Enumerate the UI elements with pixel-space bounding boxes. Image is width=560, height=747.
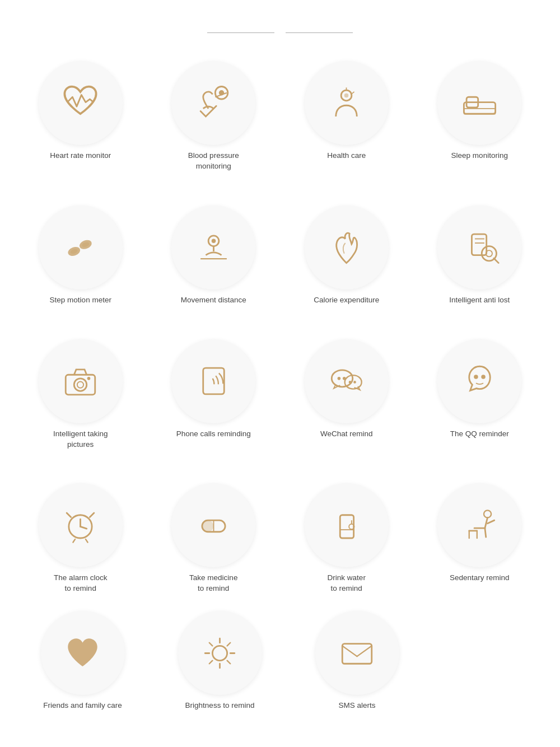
- sedentary-icon: [437, 483, 521, 567]
- feature-label-drink-water: Drink waterto remind: [328, 573, 366, 594]
- svg-line-64: [227, 660, 231, 664]
- svg-line-68: [342, 646, 357, 656]
- feature-label-brightness: Brightness to remind: [185, 701, 255, 711]
- distance-icon: [171, 206, 255, 290]
- health-care-icon: [305, 61, 389, 145]
- feature-row-0: Heart rate monitor Blood pressuremonitor…: [0, 44, 560, 189]
- svg-point-34: [474, 375, 478, 379]
- svg-line-65: [227, 642, 231, 646]
- svg-line-40: [90, 513, 95, 517]
- feature-label-sleep-monitoring: Sleep monitoring: [451, 151, 508, 161]
- feature-item-step-motion: Step motion meter: [17, 206, 144, 306]
- feature-item-health-care: Health care: [283, 61, 410, 172]
- feature-label-movement-distance: Movement distance: [181, 295, 246, 306]
- feature-label-medicine: Take medicineto remind: [189, 573, 237, 594]
- svg-line-42: [86, 539, 88, 543]
- svg-rect-45: [202, 520, 214, 532]
- feature-label-qq: The QQ reminder: [450, 429, 509, 440]
- svg-line-22: [494, 258, 498, 263]
- svg-rect-18: [472, 234, 486, 255]
- drink-water-icon: [305, 483, 389, 567]
- heart-rate-icon: [39, 61, 123, 145]
- feature-label-sedentary: Sedentary remind: [450, 573, 510, 583]
- svg-point-26: [77, 382, 83, 388]
- feature-item-camera: Intelligent takingpictures: [17, 339, 144, 450]
- feature-item-blood-pressure: Blood pressuremonitoring: [150, 61, 278, 172]
- svg-point-29: [338, 377, 341, 380]
- feature-item-heart-rate: Heart rate monitor: [17, 61, 144, 172]
- svg-line-39: [67, 513, 71, 517]
- feature-item-brightness: Brightness to remind: [154, 611, 286, 711]
- svg-point-16: [212, 239, 216, 244]
- feature-item-wechat: WeChat remind: [283, 339, 410, 450]
- svg-line-38: [81, 526, 87, 529]
- anti-lost-icon: [437, 206, 521, 290]
- feature-label-wechat: WeChat remind: [320, 429, 373, 440]
- feature-item-movement-distance: Movement distance: [150, 206, 278, 306]
- feature-label-camera: Intelligent takingpictures: [53, 429, 108, 450]
- feature-item-sms: SMS alerts: [291, 611, 423, 711]
- steps-icon: [39, 206, 123, 290]
- feature-item-calorie: Calorie expenditure: [283, 206, 410, 306]
- heart-icon: [41, 611, 125, 695]
- feature-item-sleep-monitoring: Sleep monitoring: [416, 61, 544, 172]
- svg-point-58: [212, 646, 227, 660]
- feature-label-calorie: Calorie expenditure: [314, 295, 379, 306]
- svg-point-35: [481, 375, 486, 379]
- feature-row-2: Intelligent takingpictures Phone calls r…: [0, 323, 560, 467]
- medicine-icon: [171, 483, 255, 567]
- svg-point-50: [484, 510, 491, 517]
- feature-item-phone-calls: Phone calls reminding: [150, 339, 278, 450]
- feature-item-qq: The QQ reminder: [416, 339, 544, 450]
- qq-icon: [437, 339, 521, 423]
- subtitle-row: [11, 32, 549, 33]
- phone-icon: [171, 339, 255, 423]
- svg-line-54: [487, 520, 494, 524]
- svg-point-27: [87, 377, 91, 380]
- feature-label-sms: SMS alerts: [338, 701, 375, 711]
- camera-icon: [39, 339, 123, 423]
- feature-label-heart-rate: Heart rate monitor: [50, 151, 111, 161]
- svg-point-28: [332, 370, 353, 387]
- calorie-icon: [305, 206, 389, 290]
- svg-line-6: [352, 91, 354, 94]
- svg-line-66: [209, 660, 213, 664]
- feature-row-1: Step motion meter Movement distance Calo…: [0, 189, 560, 323]
- feature-item-sedentary: Sedentary remind: [416, 483, 544, 594]
- feature-item-family-care: Friends and family care: [17, 611, 148, 711]
- svg-point-33: [353, 381, 356, 384]
- feature-label-health-care: Health care: [327, 151, 366, 161]
- svg-point-4: [344, 93, 349, 97]
- feature-label-step-motion: Step motion meter: [50, 295, 111, 306]
- blood-pressure-icon: [171, 61, 255, 145]
- svg-line-63: [209, 642, 213, 646]
- wechat-icon: [305, 339, 389, 423]
- svg-line-69: [357, 646, 372, 656]
- feature-label-blood-pressure: Blood pressuremonitoring: [188, 151, 239, 172]
- svg-line-53: [485, 528, 486, 537]
- brightness-icon: [178, 611, 262, 695]
- feature-label-family-care: Friends and family care: [43, 701, 122, 711]
- page-header: [0, 0, 560, 44]
- svg-point-32: [349, 381, 352, 384]
- svg-point-25: [74, 379, 87, 391]
- svg-rect-46: [340, 515, 354, 538]
- alarm-icon: [39, 483, 123, 567]
- feature-label-alarm: The alarm clockto remind: [54, 573, 107, 594]
- feature-row-4: Friends and family care Brightness to re…: [0, 611, 560, 734]
- feature-row-3: The alarm clockto remind Take medicineto…: [0, 466, 560, 611]
- sms-icon: [315, 611, 399, 695]
- feature-item-alarm: The alarm clockto remind: [17, 483, 144, 594]
- feature-item-anti-lost: Intelligent anti lost: [416, 206, 544, 306]
- sleep-icon: [437, 61, 521, 145]
- feature-item-drink-water: Drink waterto remind: [283, 483, 410, 594]
- svg-rect-67: [342, 643, 372, 664]
- feature-label-anti-lost: Intelligent anti lost: [449, 295, 510, 306]
- svg-line-41: [73, 539, 76, 543]
- feature-label-phone-calls: Phone calls reminding: [176, 429, 251, 440]
- feature-item-medicine: Take medicineto remind: [150, 483, 278, 594]
